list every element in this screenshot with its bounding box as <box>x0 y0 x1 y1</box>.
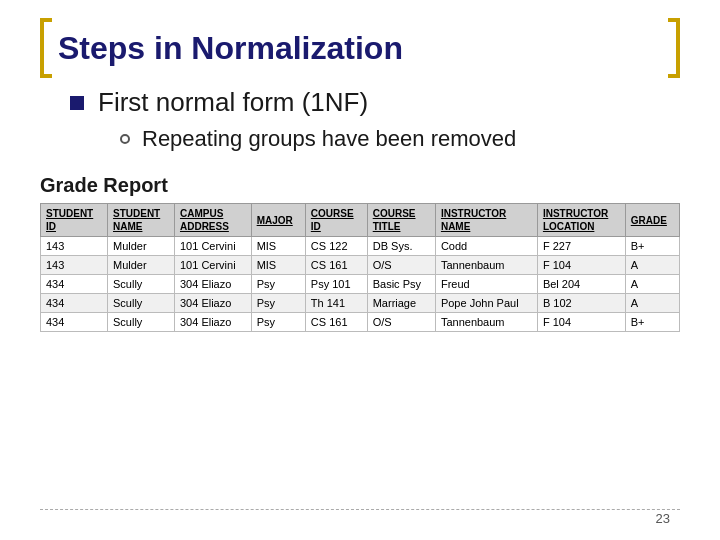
table-cell: Codd <box>435 237 537 256</box>
table-cell: CS 122 <box>305 237 367 256</box>
table-cell: Mulder <box>107 237 174 256</box>
dotted-separator <box>40 509 680 510</box>
col-header-campus-address: CAMPUSADDRESS <box>174 204 251 237</box>
table-cell: 304 Eliazo <box>174 313 251 332</box>
col-header-grade: GRADE <box>625 204 679 237</box>
table-cell: F 104 <box>537 313 625 332</box>
bullet-sub-text: Repeating groups have been removed <box>142 126 516 152</box>
table-cell: A <box>625 275 679 294</box>
bracket-right-decoration <box>668 18 680 78</box>
table-cell: B 102 <box>537 294 625 313</box>
table-cell: Psy <box>251 294 305 313</box>
table-cell: Freud <box>435 275 537 294</box>
col-header-course-title: COURSETITLE <box>367 204 435 237</box>
table-cell: Psy <box>251 313 305 332</box>
table-cell: A <box>625 256 679 275</box>
table-cell: A <box>625 294 679 313</box>
table-cell: MIS <box>251 256 305 275</box>
table-cell: B+ <box>625 313 679 332</box>
page-number: 23 <box>656 511 670 526</box>
table-cell: Basic Psy <box>367 275 435 294</box>
slide-title: Steps in Normalization <box>58 30 680 67</box>
bracket-left-decoration <box>40 18 52 78</box>
bullet-square-icon <box>70 96 84 110</box>
table-cell: Psy 101 <box>305 275 367 294</box>
table-cell: 434 <box>41 275 108 294</box>
table-cell: CS 161 <box>305 313 367 332</box>
table-cell: 434 <box>41 313 108 332</box>
table-cell: 101 Cervini <box>174 256 251 275</box>
table-cell: F 104 <box>537 256 625 275</box>
bullet-section: First normal form (1NF) Repeating groups… <box>70 87 680 152</box>
table-cell: Mulder <box>107 256 174 275</box>
table-cell: Bel 204 <box>537 275 625 294</box>
table-cell: 304 Eliazo <box>174 275 251 294</box>
col-header-major: MAJOR <box>251 204 305 237</box>
table-row: 434Scully304 EliazoPsyPsy 101Basic PsyFr… <box>41 275 680 294</box>
bullet-main-text: First normal form (1NF) <box>98 87 368 118</box>
slide-container: Steps in Normalization First normal form… <box>0 0 720 540</box>
table-cell: Psy <box>251 275 305 294</box>
col-header-course-id: COURSEID <box>305 204 367 237</box>
table-row: 434Scully304 EliazoPsyCS 161O/STannenbau… <box>41 313 680 332</box>
table-cell: 304 Eliazo <box>174 294 251 313</box>
col-header-instructor-name: INSTRUCTORNAME <box>435 204 537 237</box>
col-header-student-id: STUDENTID <box>41 204 108 237</box>
col-header-student-name: STUDENTNAME <box>107 204 174 237</box>
table-cell: Tannenbaum <box>435 256 537 275</box>
grade-report-label: Grade Report <box>40 174 680 197</box>
table-cell: Tannenbaum <box>435 313 537 332</box>
bullet-circle-icon <box>120 134 130 144</box>
col-header-instructor-location: INSTRUCTORLOCATION <box>537 204 625 237</box>
table-cell: Scully <box>107 313 174 332</box>
table-cell: Th 141 <box>305 294 367 313</box>
table-cell: MIS <box>251 237 305 256</box>
table-row: 434Scully304 EliazoPsyTh 141MarriagePope… <box>41 294 680 313</box>
table-cell: B+ <box>625 237 679 256</box>
table-cell: F 227 <box>537 237 625 256</box>
table-cell: CS 161 <box>305 256 367 275</box>
bullet-sub-item: Repeating groups have been removed <box>120 126 680 152</box>
table-cell: 434 <box>41 294 108 313</box>
table-header-row: STUDENTID STUDENTNAME CAMPUSADDRESS MAJO… <box>41 204 680 237</box>
grade-table: STUDENTID STUDENTNAME CAMPUSADDRESS MAJO… <box>40 203 680 332</box>
table-cell: 143 <box>41 256 108 275</box>
table-row: 143Mulder101 CerviniMISCS 161O/STannenba… <box>41 256 680 275</box>
table-cell: 143 <box>41 237 108 256</box>
table-cell: 101 Cervini <box>174 237 251 256</box>
table-cell: Pope John Paul <box>435 294 537 313</box>
table-row: 143Mulder101 CerviniMISCS 122DB Sys.Codd… <box>41 237 680 256</box>
table-cell: O/S <box>367 313 435 332</box>
bullet-main-item: First normal form (1NF) <box>70 87 680 118</box>
table-cell: O/S <box>367 256 435 275</box>
table-cell: Scully <box>107 275 174 294</box>
table-cell: Marriage <box>367 294 435 313</box>
table-cell: DB Sys. <box>367 237 435 256</box>
table-cell: Scully <box>107 294 174 313</box>
